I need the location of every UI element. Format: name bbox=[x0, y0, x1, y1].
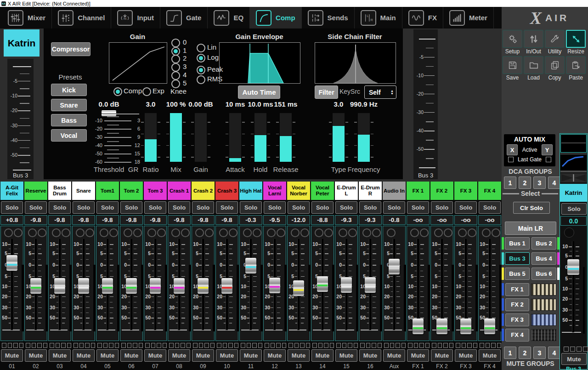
aux-knob[interactable] bbox=[267, 228, 276, 237]
channel-name[interactable]: FX 2 bbox=[430, 182, 453, 200]
mutegroup-checkbox[interactable] bbox=[258, 343, 263, 348]
tab-fx[interactable]: FX bbox=[402, 7, 443, 28]
mutegroup-checkbox[interactable] bbox=[228, 343, 233, 348]
fader-cap[interactable] bbox=[6, 255, 17, 271]
selected-strip-mute-button[interactable]: Mute bbox=[561, 353, 587, 365]
fader-cap[interactable] bbox=[460, 319, 471, 334]
mute-button[interactable]: Mute bbox=[240, 349, 262, 362]
mutegroup-checkbox[interactable] bbox=[199, 343, 204, 348]
mutegroup-checkbox[interactable] bbox=[384, 343, 389, 348]
main-lr-button[interactable]: Main LR bbox=[505, 222, 556, 235]
mutegroup-checkbox[interactable] bbox=[443, 343, 448, 348]
channel-name[interactable]: E-Drum R bbox=[359, 182, 382, 200]
aux-knob[interactable] bbox=[444, 228, 452, 237]
mutegroup-checkbox[interactable] bbox=[497, 343, 502, 348]
fx-slot-button-2[interactable]: FX 2 bbox=[505, 298, 529, 311]
selected-strip-name[interactable]: Katrin bbox=[560, 184, 587, 202]
mutegroup-checkbox[interactable] bbox=[583, 347, 588, 352]
fader-track[interactable] bbox=[572, 241, 574, 332]
mutegroup-checkbox[interactable] bbox=[2, 343, 6, 348]
save-button[interactable]: Save bbox=[503, 56, 522, 81]
channel-name[interactable]: Vocal Norber bbox=[287, 182, 310, 200]
mute-button[interactable]: Mute bbox=[407, 349, 429, 362]
load-button[interactable]: Load bbox=[524, 56, 543, 81]
aux-knob[interactable] bbox=[133, 228, 142, 237]
aux-knob[interactable] bbox=[468, 228, 476, 237]
mutegroup-checkbox[interactable] bbox=[97, 343, 102, 348]
bus-button-3[interactable]: Bus 3 bbox=[505, 252, 530, 265]
fader-cap[interactable] bbox=[78, 278, 89, 294]
tab-meter[interactable]: Meter bbox=[443, 7, 494, 28]
bus-button-4[interactable]: Bus 4 bbox=[531, 252, 556, 265]
mutegroup-checkbox[interactable] bbox=[449, 343, 454, 348]
mutegroup-checkbox[interactable] bbox=[348, 343, 352, 348]
solo-button[interactable]: Solo bbox=[431, 201, 453, 214]
utility-button[interactable]: Utility bbox=[545, 30, 565, 55]
tab-eq[interactable]: EQ bbox=[208, 7, 250, 28]
fader-cap[interactable] bbox=[269, 278, 280, 293]
mutegroup-checkbox[interactable] bbox=[247, 343, 251, 348]
mutegroup-checkbox[interactable] bbox=[151, 343, 156, 348]
aux-knob[interactable] bbox=[100, 228, 108, 237]
aux-knob[interactable] bbox=[387, 228, 396, 237]
mutegroup-checkbox[interactable] bbox=[61, 343, 66, 348]
mutegroup-checkbox[interactable] bbox=[265, 343, 269, 348]
aux-knob[interactable] bbox=[62, 228, 70, 237]
aux-knob[interactable] bbox=[300, 228, 309, 237]
solo-button[interactable]: Solo bbox=[73, 201, 95, 214]
channel-name[interactable]: FX 4 bbox=[478, 182, 501, 200]
mutegroup-checkbox[interactable] bbox=[79, 343, 84, 348]
dca-group-button-1[interactable]: 1 bbox=[504, 176, 516, 189]
solo-button[interactable]: Solo bbox=[311, 201, 334, 214]
mutegroup-checkbox[interactable] bbox=[26, 343, 30, 348]
solo-button[interactable]: Solo bbox=[1, 201, 23, 214]
bus-button-1[interactable]: Bus 1 bbox=[505, 237, 530, 250]
mutegroup-checkbox[interactable] bbox=[67, 343, 72, 348]
channel-name[interactable]: E-Drum L bbox=[335, 182, 358, 200]
fader-cap[interactable] bbox=[365, 277, 376, 293]
mutegroup-checkbox[interactable] bbox=[204, 343, 209, 348]
fx1-rack-thumbnail[interactable] bbox=[531, 284, 556, 296]
detector-radio-log[interactable] bbox=[197, 54, 205, 63]
mutegroup-checkbox[interactable] bbox=[324, 343, 328, 348]
tab-gate[interactable]: Gate bbox=[160, 7, 208, 28]
mutegroup-checkbox[interactable] bbox=[312, 343, 317, 348]
bus-button-6[interactable]: Bus 6 bbox=[531, 268, 556, 280]
aux-knob[interactable] bbox=[124, 228, 132, 237]
fader-cap[interactable] bbox=[484, 319, 495, 334]
tab-input[interactable]: INInput bbox=[111, 7, 160, 28]
mutegroup-checkbox[interactable] bbox=[438, 343, 442, 348]
aux-knob[interactable] bbox=[420, 228, 429, 237]
channel-name[interactable]: Crash 2 bbox=[192, 182, 215, 200]
mute-button[interactable]: Mute bbox=[455, 349, 477, 362]
mutegroup-checkbox[interactable] bbox=[354, 343, 358, 348]
knee-radio-3[interactable] bbox=[171, 63, 180, 72]
mutegroup-checkbox[interactable] bbox=[121, 343, 126, 348]
mute-button[interactable]: Mute bbox=[335, 349, 357, 362]
bus-button-5[interactable]: Bus 5 bbox=[505, 268, 530, 280]
knee-radio-0[interactable] bbox=[171, 39, 180, 47]
fader-cap[interactable] bbox=[198, 278, 209, 294]
solo-button[interactable]: Solo bbox=[192, 201, 214, 214]
solo-button[interactable]: Solo bbox=[49, 201, 71, 214]
fx4-rack-thumbnail[interactable] bbox=[531, 329, 556, 341]
mutegroup-checkbox[interactable] bbox=[157, 343, 161, 348]
selected-channel-name-box[interactable]: Katrin bbox=[4, 29, 40, 57]
setup-button[interactable]: Setup bbox=[503, 30, 522, 55]
dca-group-button-2[interactable]: 2 bbox=[519, 176, 531, 189]
mutegroup-checkbox[interactable] bbox=[169, 343, 174, 348]
mutegroup-checkbox[interactable] bbox=[306, 343, 311, 348]
aux-knob[interactable] bbox=[291, 228, 300, 237]
mutegroup-checkbox[interactable] bbox=[56, 343, 60, 348]
aux-knob[interactable] bbox=[157, 228, 166, 237]
mutegroup-checkbox[interactable] bbox=[425, 343, 430, 348]
channel-name[interactable]: Tom1 bbox=[96, 182, 119, 200]
solo-button[interactable]: Solo bbox=[96, 201, 119, 214]
mutegroup-checkbox[interactable] bbox=[37, 343, 42, 348]
paste-button[interactable]: Paste bbox=[566, 56, 586, 81]
resize-button[interactable]: Resize bbox=[566, 30, 586, 55]
aux-knob[interactable] bbox=[339, 228, 347, 237]
mutegroup-checkbox[interactable] bbox=[115, 343, 119, 348]
channel-name[interactable]: Vocal Larni bbox=[263, 182, 286, 200]
clear-solo-button[interactable]: Clr Solo bbox=[513, 202, 550, 214]
